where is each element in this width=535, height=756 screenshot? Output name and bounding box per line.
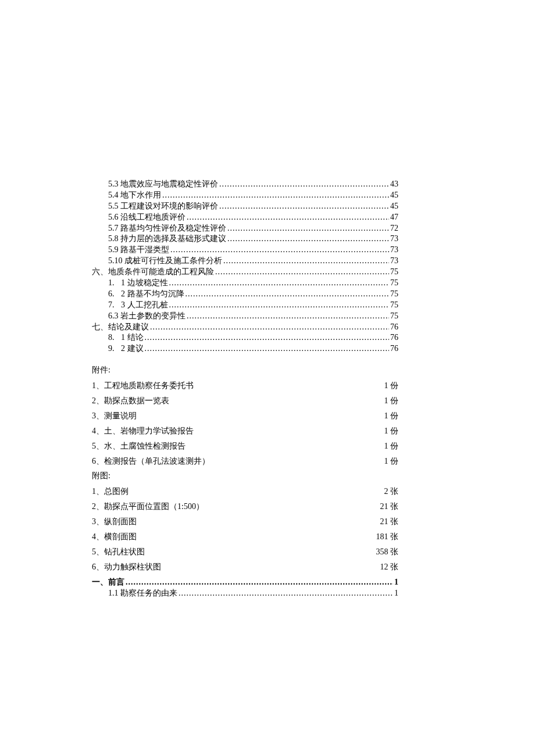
attachments-heading-2: 附图: <box>92 471 398 482</box>
attachment-entry: 6、检测报告（单孔法波速测井）1 份 <box>92 456 398 467</box>
attachment-entry: 1、总图例2 张 <box>92 486 398 497</box>
toc-entry-page: 47 <box>390 212 398 223</box>
attachment-entry: 5、钻孔柱状图358 张 <box>92 547 398 558</box>
toc-entry-page: 73 <box>390 245 398 256</box>
toc-entry: 5.4 地下水作用45 <box>108 190 398 201</box>
attachment-quantity: 181 张 <box>363 532 398 543</box>
toc-entry-page: 72 <box>390 223 398 234</box>
toc-entry-page: 75 <box>390 311 398 322</box>
toc-leader-dots <box>186 289 390 300</box>
toc-leader-dots <box>219 201 389 212</box>
toc-leader-dots <box>179 588 393 599</box>
toc-entry-page: 75 <box>390 289 398 300</box>
attachment-label: 5、水、土腐蚀性检测报告 <box>92 441 363 452</box>
attachment-label: 2、勘探点平面位置图（1:500） <box>92 501 363 513</box>
toc-entry-prefix: 9. <box>108 343 121 354</box>
toc-entry-text: 2 建议 <box>121 344 144 353</box>
toc-entry-page: 43 <box>390 179 398 190</box>
toc-entry-prefix: 1. <box>108 278 121 289</box>
toc-entry: 5.3 地震效应与地震稳定性评价43 <box>108 179 398 190</box>
attachment-label: 4、横剖面图 <box>92 532 363 543</box>
attachment-quantity: 1 份 <box>363 456 398 467</box>
toc-entry-prefix: 8. <box>108 332 121 343</box>
toc-leader-dots <box>187 212 389 223</box>
attachments-list-1: 1、工程地质勘察任务委托书1 份2、勘探点数据一览表1 份3、测量说明1 份4、… <box>92 381 398 467</box>
attachment-label: 6、动力触探柱状图 <box>92 562 363 573</box>
attachment-entry: 5、水、土腐蚀性检测报告1 份 <box>92 441 398 452</box>
toc-entry-page: 76 <box>390 343 398 354</box>
toc-entry-label: 5.4 地下水作用 <box>108 190 161 201</box>
toc-entry: 5.7 路基均匀性评价及稳定性评价72 <box>108 223 398 234</box>
attachment-label: 3、纵剖面图 <box>92 517 363 528</box>
toc-entry-label: 5.8 持力层的选择及基础形式建议 <box>108 234 226 245</box>
toc-entry: 5.9 路基干湿类型73 <box>108 245 398 256</box>
attachment-quantity: 21 张 <box>363 501 398 513</box>
toc-section-lower: 一、前言11.1 勘察任务的由来1 <box>92 577 398 599</box>
toc-entry: 6.3 岩土参数的变异性75 <box>108 311 398 322</box>
toc-entry: 9.2 建议76 <box>108 343 398 354</box>
attachment-label: 4、土、岩物理力学试验报告 <box>92 426 363 437</box>
attachment-entry: 2、勘探点平面位置图（1:500）21 张 <box>92 501 398 513</box>
toc-leader-dots <box>126 577 393 588</box>
toc-entry: 1.1 边坡稳定性75 <box>108 278 398 289</box>
toc-entry-label: 5.5 工程建设对环境的影响评价 <box>108 201 218 212</box>
attachment-label: 6、检测报告（单孔法波速测井） <box>92 456 363 467</box>
toc-entry-page: 75 <box>390 300 398 311</box>
toc-entry-page: 75 <box>390 267 398 278</box>
toc-leader-dots <box>169 278 390 289</box>
toc-entry-prefix: 7. <box>108 300 121 311</box>
toc-entry-label: 5.3 地震效应与地震稳定性评价 <box>108 179 218 190</box>
attachment-quantity: 1 份 <box>363 426 398 437</box>
attachment-entry: 4、横剖面图181 张 <box>92 532 398 543</box>
toc-entry-label: 5.9 路基干湿类型 <box>108 245 169 256</box>
toc-leader-dots <box>227 223 389 234</box>
toc-entry: 7.3 人工挖孔桩75 <box>108 300 398 311</box>
attachment-entry: 2、勘探点数据一览表1 份 <box>92 396 398 407</box>
toc-entry-page: 45 <box>390 201 398 212</box>
toc-entry: 1.1 勘察任务的由来1 <box>108 588 398 599</box>
toc-leader-dots <box>162 190 389 201</box>
toc-entry-label: 5.7 路基均匀性评价及稳定性评价 <box>108 223 226 234</box>
attachment-quantity: 1 份 <box>363 441 398 452</box>
toc-entry: 6.2 路基不均匀沉降75 <box>108 289 398 300</box>
toc-entry-page: 45 <box>390 190 398 201</box>
attachments-section: 附件: 1、工程地质勘察任务委托书1 份2、勘探点数据一览表1 份3、测量说明1… <box>92 365 398 572</box>
toc-entry-label: 5.10 成桩可行性及施工条件分析 <box>108 256 222 267</box>
toc-entry-label: 9.2 建议 <box>108 343 144 354</box>
attachment-label: 2、勘探点数据一览表 <box>92 396 363 407</box>
toc-entry-prefix: 6. <box>108 289 121 300</box>
toc-entry-page: 1 <box>394 577 398 588</box>
attachment-quantity: 1 份 <box>363 411 398 422</box>
toc-entry-page: 76 <box>390 322 398 333</box>
attachment-entry: 3、测量说明1 份 <box>92 411 398 422</box>
toc-leader-dots <box>215 267 389 278</box>
toc-entry-label: 5.6 沿线工程地质评价 <box>108 212 186 223</box>
toc-entry-text: 1 边坡稳定性 <box>121 278 168 287</box>
toc-entry-page: 73 <box>390 234 398 245</box>
toc-leader-dots <box>150 322 389 333</box>
attachment-label: 5、钻孔柱状图 <box>92 547 363 558</box>
toc-entry-label: 8.1 结论 <box>108 332 144 343</box>
attachments-list-2: 1、总图例2 张2、勘探点平面位置图（1:500）21 张3、纵剖面图21 张4… <box>92 486 398 572</box>
attachment-quantity: 1 份 <box>363 396 398 407</box>
toc-entry: 5.10 成桩可行性及施工条件分析73 <box>108 256 398 267</box>
toc-entry-label: 六、地质条件可能造成的工程风险 <box>92 267 214 278</box>
attachment-quantity: 2 张 <box>363 486 398 497</box>
attachment-label: 1、总图例 <box>92 486 363 497</box>
toc-section-upper: 5.3 地震效应与地震稳定性评价435.4 地下水作用455.5 工程建设对环境… <box>92 179 398 354</box>
attachment-entry: 1、工程地质勘察任务委托书1 份 <box>92 381 398 392</box>
toc-entry: 七、结论及建议76 <box>92 322 398 333</box>
toc-entry-page: 75 <box>390 278 398 289</box>
toc-entry: 一、前言1 <box>92 577 398 588</box>
toc-entry-label: 1.1 边坡稳定性 <box>108 278 168 289</box>
toc-entry-page: 76 <box>390 332 398 343</box>
toc-leader-dots <box>145 343 390 354</box>
toc-entry-label: 一、前言 <box>92 577 124 588</box>
toc-entry-label: 6.3 岩土参数的变异性 <box>108 311 186 322</box>
toc-leader-dots <box>145 332 390 343</box>
attachment-quantity: 12 张 <box>363 562 398 573</box>
toc-entry-label: 7.3 人工挖孔桩 <box>108 300 168 311</box>
toc-entry-text: 2 路基不均匀沉降 <box>121 289 184 298</box>
toc-entry-label: 6.2 路基不均匀沉降 <box>108 289 184 300</box>
toc-entry: 8.1 结论76 <box>108 332 398 343</box>
